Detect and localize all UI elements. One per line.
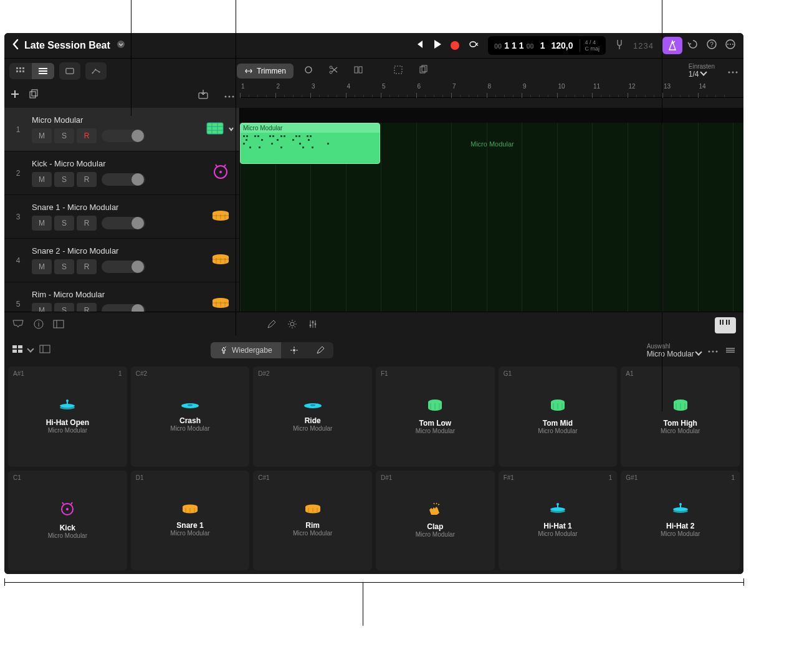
title-dropdown-icon[interactable] <box>117 40 125 51</box>
pad-more-icon[interactable] <box>707 345 719 356</box>
drum-pad[interactable]: C#2 Crash Micro Modular <box>131 366 250 467</box>
snap-control[interactable]: Einrasten 1/4 <box>689 63 715 79</box>
solo-button[interactable]: S <box>54 172 74 187</box>
expand-chevron-icon[interactable] <box>227 124 235 135</box>
duplicate-track-button[interactable] <box>28 89 39 102</box>
keyboard-button[interactable] <box>715 317 736 333</box>
metronome-button[interactable] <box>662 37 682 54</box>
lcd-display[interactable]: 00 1 1 1 00 1 120,0 4 / 4 C maj <box>488 36 606 55</box>
scissors-icon[interactable] <box>323 62 343 80</box>
view-grid-button[interactable] <box>9 63 32 79</box>
record-enable-button[interactable]: R <box>77 216 97 231</box>
drum-pad[interactable]: G#1 1 Hi-Hat 2 Micro Modular <box>621 471 740 571</box>
copy-icon[interactable] <box>413 62 433 80</box>
automation-button[interactable] <box>85 62 107 80</box>
trim-button[interactable]: Trimmen <box>237 64 294 79</box>
ruler-bar-12: 12 <box>628 83 636 98</box>
cycle-button[interactable] <box>468 40 479 51</box>
undo-button[interactable] <box>687 39 699 52</box>
target-mode-button[interactable] <box>281 342 307 358</box>
svg-point-22 <box>330 71 332 74</box>
brightness-icon[interactable] <box>287 318 298 332</box>
midi-region[interactable]: Micro Modular <box>240 123 380 164</box>
pad-subtitle: Micro Modular <box>170 425 209 432</box>
drum-pad[interactable]: C#1 Rim Micro Modular <box>253 471 372 571</box>
arrange-body[interactable]: Micro Modular Micro Modular <box>240 123 743 312</box>
drum-pad[interactable]: D#2 Ride Micro Modular <box>253 366 372 467</box>
svg-rect-15 <box>39 73 47 74</box>
panel-icon[interactable] <box>53 320 64 331</box>
add-track-button[interactable] <box>9 89 21 102</box>
drum-pad[interactable]: D#1 Clap Micro Modular <box>376 471 495 571</box>
track-row[interactable]: 3 Snare 1 - Micro Modular M S R <box>4 195 239 239</box>
record-enable-button[interactable]: R <box>77 303 97 312</box>
play-button[interactable] <box>433 39 442 52</box>
track-row[interactable]: 4 Snare 2 - Micro Modular M S R <box>4 239 239 282</box>
svg-rect-75 <box>18 350 22 353</box>
mixer-icon[interactable] <box>308 319 318 332</box>
pad-grid-view-icon[interactable] <box>12 345 33 356</box>
drum-pad[interactable]: A1 Tom High Micro Modular <box>621 366 740 467</box>
inbox-icon[interactable] <box>12 319 24 332</box>
volume-fader[interactable] <box>102 217 145 229</box>
loop-tool-icon[interactable] <box>299 62 318 80</box>
solo-button[interactable]: S <box>54 259 74 274</box>
pad-instrument-icon <box>303 401 322 413</box>
help-button[interactable]: ? <box>706 39 717 52</box>
marquee-icon[interactable] <box>388 62 408 80</box>
volume-fader[interactable] <box>102 130 145 142</box>
record-enable-button[interactable]: R <box>77 172 97 187</box>
mute-button[interactable]: M <box>32 128 52 143</box>
pad-menu-icon[interactable] <box>725 345 736 356</box>
project-title[interactable]: Late Session Beat <box>24 40 110 51</box>
track-instrument-icon <box>211 209 230 224</box>
record-enable-button[interactable]: R <box>77 259 97 274</box>
drum-pad[interactable]: D1 Snare 1 Micro Modular <box>131 471 250 571</box>
timeline-ruler[interactable]: 1234567891011121314 <box>240 83 743 98</box>
drum-pad[interactable]: G1 Tom Mid Micro Modular <box>499 366 618 467</box>
volume-fader[interactable] <box>102 304 145 312</box>
drum-pad[interactable]: F1 Tom Low Micro Modular <box>376 366 495 467</box>
selection-display[interactable]: Auswahl Micro Modular <box>647 343 701 358</box>
drum-pad[interactable]: C1 Kick Micro Modular <box>8 471 127 571</box>
svg-rect-69 <box>722 320 724 325</box>
solo-button[interactable]: S <box>54 303 74 312</box>
drum-pad[interactable]: F#1 1 Hi-Hat 1 Micro Modular <box>499 471 618 571</box>
info-icon[interactable]: i <box>33 318 44 332</box>
svg-point-19 <box>98 71 100 72</box>
split-icon[interactable] <box>348 62 368 80</box>
pad-note-label: C#2 <box>136 370 147 377</box>
track-row[interactable]: 5 Rim - Micro Modular M S R <box>4 282 239 312</box>
mute-button[interactable]: M <box>32 259 52 274</box>
record-button[interactable] <box>451 41 459 50</box>
track-row[interactable]: 2 Kick - Micro Modular M S R <box>4 151 239 195</box>
mute-button[interactable]: M <box>32 172 52 187</box>
record-enable-button[interactable]: R <box>77 128 97 143</box>
svg-rect-7 <box>16 67 18 69</box>
svg-point-81 <box>716 351 718 353</box>
mute-button[interactable]: M <box>32 303 52 312</box>
pad-subtitle: Micro Modular <box>538 530 577 537</box>
solo-button[interactable]: S <box>54 128 74 143</box>
pencil-icon[interactable] <box>267 319 277 332</box>
track-more-icon[interactable] <box>224 90 235 101</box>
volume-fader[interactable] <box>102 173 145 186</box>
app-window: Late Session Beat 00 1 1 1 00 <box>4 33 743 574</box>
view-tracks-button[interactable] <box>32 63 54 79</box>
go-to-start-button[interactable] <box>414 39 424 52</box>
toolbar-more-icon[interactable] <box>727 65 738 77</box>
pad-panel-icon[interactable] <box>39 345 50 356</box>
track-row[interactable]: 1 Micro Modular M S R <box>4 108 239 151</box>
playback-mode-button[interactable]: Wiedergabe <box>211 342 281 358</box>
view-single-button[interactable] <box>59 62 80 80</box>
edit-mode-button[interactable] <box>307 342 333 358</box>
more-button[interactable] <box>725 39 736 52</box>
import-button[interactable] <box>198 89 209 102</box>
solo-button[interactable]: S <box>54 216 74 231</box>
track-number: 4 <box>4 239 32 282</box>
tuning-fork-icon[interactable] <box>614 39 624 52</box>
drum-pad[interactable]: A#1 1 Hi-Hat Open Micro Modular <box>8 366 127 467</box>
volume-fader[interactable] <box>102 261 145 273</box>
mute-button[interactable]: M <box>32 216 52 231</box>
back-button[interactable] <box>12 39 19 52</box>
